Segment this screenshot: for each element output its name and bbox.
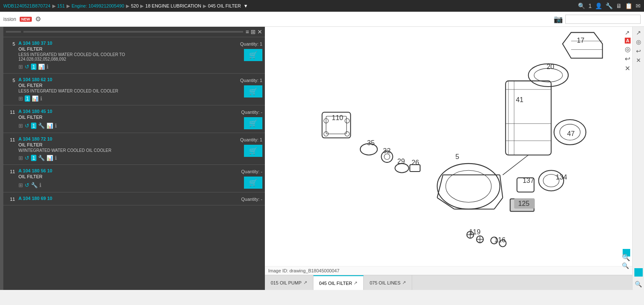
grid-view-icon[interactable]: ⊞ [251, 28, 256, 35]
chart-icon[interactable]: 📊 [46, 155, 53, 161]
part-icons: ⊞ ↺ 1 🔧 📊 ℹ [18, 123, 238, 129]
add-to-cart-button[interactable]: 🛒 [244, 177, 262, 189]
history-icon[interactable]: ↩ [625, 55, 631, 63]
wrench-icon[interactable]: 🔧 [31, 182, 38, 188]
user-nav-icon[interactable]: 1 [588, 3, 592, 9]
breadcrumb-vehicle[interactable]: WDB1240521B870724 [3, 3, 51, 8]
qty-label: Quantity: - [241, 169, 262, 174]
info-icon[interactable]: ℹ [40, 95, 42, 102]
part-details: A 104 180 62 10 OIL FILTER LESS INTEGRAT… [18, 77, 237, 102]
a-text-icon[interactable]: A [625, 38, 631, 44]
right-circle-icon[interactable]: ◎ [636, 38, 641, 45]
refresh-icon[interactable]: ↺ [25, 182, 29, 188]
search-area: 📷 [554, 15, 641, 24]
refresh-icon[interactable]: ↺ [25, 64, 29, 70]
part-number-134: 134 [556, 173, 567, 181]
badge-1-icon[interactable]: 1 [25, 95, 30, 102]
part-number-47: 47 [567, 130, 575, 137]
add-to-cart-button[interactable]: 🛒 [244, 145, 262, 157]
part-right: Quantity: 1 🛒 [240, 77, 262, 97]
close-panel-icon[interactable]: ✕ [257, 28, 262, 35]
chart-icon[interactable]: 📊 [38, 64, 45, 70]
part-id[interactable]: A 104 180 37 10 [18, 41, 237, 46]
grid-icon[interactable]: ⊞ [18, 155, 23, 161]
svg-line-44 [503, 155, 528, 175]
breadcrumb-lubrication: 18 ENGINE LUBRICATION [145, 3, 201, 8]
part-number-125: 125 [518, 200, 529, 207]
add-to-cart-button[interactable]: 🛒 [244, 117, 262, 129]
wrench-icon[interactable]: 🔧 [38, 123, 45, 129]
refresh-icon[interactable]: ↺ [25, 123, 29, 129]
search-nav-icon[interactable]: 🔍 [578, 3, 585, 9]
search-input[interactable] [565, 15, 641, 24]
refresh-icon[interactable]: ↺ [25, 155, 29, 161]
diagram-footer: Image ID: drawing_B18045000047 [265, 266, 632, 275]
part-id[interactable]: A 104 180 45 10 [18, 109, 238, 114]
part-name: OIL FILTER [18, 174, 238, 179]
filter-nav-icon[interactable]: 🔧 [606, 3, 613, 9]
zoom-in-icon[interactable]: 🔍 [622, 254, 630, 261]
right-close-icon[interactable]: ✕ [636, 57, 641, 64]
grid-icon[interactable]: ⊞ [18, 123, 23, 129]
part-number-137: 137 [523, 177, 534, 184]
mail-nav-icon[interactable]: ✉ [636, 3, 641, 9]
tab-oil-lines[interactable]: 075 OIL LINES ↗ [364, 275, 412, 290]
tab-oil-pump[interactable]: 015 OIL PUMP ↗ [265, 275, 313, 290]
part-id[interactable]: A 104 180 62 10 [18, 77, 237, 82]
breadcrumb-151[interactable]: 151 [57, 3, 65, 8]
circle-icon[interactable]: ◎ [625, 45, 631, 53]
badge-1-icon[interactable]: 1 [31, 123, 36, 129]
part-icons: ⊞ ↺ 🔧 ℹ [18, 182, 238, 188]
part-details: A 104 180 45 10 OIL FILTER ⊞ ↺ 1 🔧 📊 ℹ [18, 109, 238, 129]
part-details: A 104 180 72 10 OIL FILTER W/INTEGRATED … [18, 136, 237, 161]
diagram-toolbar: ↗ A ◎ ↩ ✕ [623, 27, 632, 75]
chart-icon[interactable]: 📊 [46, 123, 53, 129]
part-desc: W/INTEGRATED WATER COOLED OIL COOLER [18, 148, 237, 153]
right-history-icon[interactable]: ↩ [636, 48, 641, 54]
view-icons: ≡ ⊞ ✕ [246, 28, 262, 35]
right-expand-icon[interactable]: ↗ [636, 29, 641, 36]
info-icon[interactable]: ℹ [55, 123, 57, 129]
grid-icon[interactable]: ⊞ [18, 95, 23, 102]
external-link-icon3[interactable]: ↗ [402, 280, 406, 285]
breadcrumb-dropdown[interactable]: ▼ [244, 3, 248, 8]
expand-icon[interactable]: ↗ [625, 29, 631, 36]
part-id[interactable]: A 104 180 69 10 [18, 196, 238, 201]
profile-nav-icon[interactable]: 👤 [595, 3, 602, 9]
bottom-tabs: 015 OIL PUMP ↗ 045 OIL FILTER ↗ 075 OIL … [265, 275, 632, 290]
list-item: 11 A 104 180 72 10 OIL FILTER W/INTEGRAT… [3, 133, 265, 165]
grid-icon[interactable]: ⊞ [18, 182, 23, 188]
part-pos: 11 [6, 168, 15, 174]
part-pos: 11 [6, 109, 15, 115]
part-number-35: 35 [367, 139, 375, 146]
info-icon[interactable]: ℹ [55, 155, 57, 161]
info-icon[interactable]: ℹ [46, 64, 49, 70]
badge-1-icon[interactable]: 1 [31, 64, 36, 70]
clipboard-nav-icon[interactable]: 📋 [625, 3, 632, 9]
zoom-right-icon[interactable]: 🔍 [635, 281, 642, 287]
chart-icon[interactable]: 📊 [32, 95, 38, 102]
wrench-icon[interactable]: 🔧 [38, 155, 45, 161]
add-to-cart-button[interactable]: 🛒 [244, 49, 262, 61]
zoom-out-icon[interactable]: 🔍 [622, 262, 630, 269]
list-item: 11 A 104 180 56 10 OIL FILTER ⊞ ↺ 🔧 ℹ Qu… [3, 165, 265, 192]
info-icon[interactable]: ℹ [39, 182, 41, 188]
part-id[interactable]: A 104 180 72 10 [18, 136, 237, 141]
list-view-icon[interactable]: ≡ [246, 28, 249, 35]
badge-1-icon[interactable]: 1 [31, 155, 36, 161]
second-nav-icon[interactable]: ⚙ [35, 15, 41, 23]
external-link-icon2[interactable]: ↗ [354, 280, 357, 286]
breadcrumb-engine[interactable]: Engine: 10499212005490 [72, 3, 124, 8]
external-link-icon[interactable]: ↗ [303, 280, 307, 285]
add-to-cart-button[interactable]: 🛒 [244, 85, 262, 97]
camera-icon[interactable]: 📷 [554, 15, 563, 24]
close-diagram-icon[interactable]: ✕ [625, 64, 631, 72]
qty-label: Quantity: - [241, 110, 262, 115]
parts-list: 5 A 104 180 37 10 OIL FILTER LESS INTEGR… [3, 37, 265, 290]
screen-nav-icon[interactable]: 🖥 [616, 3, 622, 9]
part-number-17: 17 [577, 36, 584, 44]
grid-icon[interactable]: ⊞ [18, 64, 23, 70]
tab-oil-filter[interactable]: 045 OIL FILTER ↗ [313, 275, 364, 290]
part-right: Quantity: - [241, 196, 262, 202]
part-id[interactable]: A 104 180 56 10 [18, 168, 238, 173]
